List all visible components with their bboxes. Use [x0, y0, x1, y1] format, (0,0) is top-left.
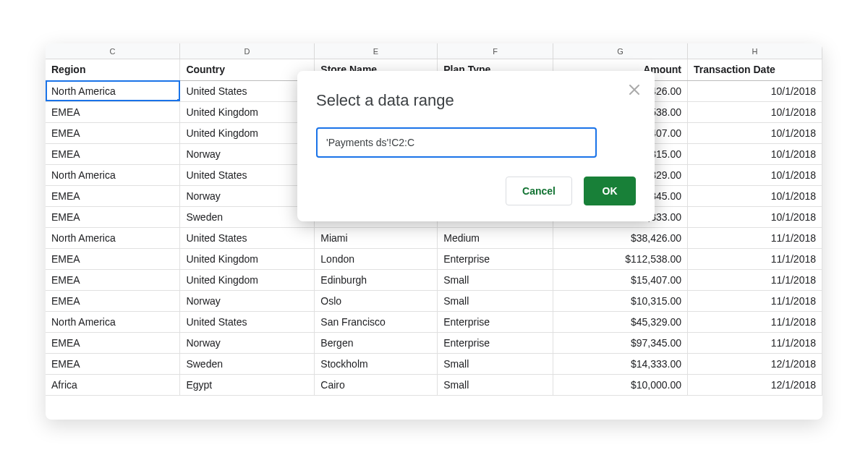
table-row: EMEANorwayBergenEnterprise$97,345.0011/1…	[46, 332, 822, 353]
cell-country[interactable]: Egypt	[180, 374, 315, 395]
cell-date[interactable]: 10/1/2018	[688, 164, 822, 185]
cell-plan[interactable]: Small	[438, 290, 553, 311]
cell-date[interactable]: 11/1/2018	[688, 227, 822, 248]
cell-region[interactable]: EMEA	[46, 101, 180, 122]
cell-region[interactable]: North America	[46, 227, 180, 248]
cell-country[interactable]: United Kingdom	[180, 248, 315, 269]
cell-region[interactable]: EMEA	[46, 248, 180, 269]
cell-date[interactable]: 11/1/2018	[688, 248, 822, 269]
cancel-button[interactable]: Cancel	[506, 177, 572, 205]
cell-date[interactable]: 12/1/2018	[688, 353, 822, 374]
dialog-title: Select a data range	[316, 91, 636, 110]
cell-date[interactable]: 11/1/2018	[688, 311, 822, 332]
cell-plan[interactable]: Small	[438, 269, 553, 290]
cell-store[interactable]: London	[315, 248, 438, 269]
cell-date[interactable]: 11/1/2018	[688, 290, 822, 311]
cell-country[interactable]: United States	[180, 227, 315, 248]
cell-country[interactable]: United States	[180, 311, 315, 332]
cell-amount[interactable]: $38,426.00	[553, 227, 688, 248]
cell-plan[interactable]: Small	[438, 353, 553, 374]
cell-amount[interactable]: $14,333.00	[553, 353, 688, 374]
cell-region[interactable]: EMEA	[46, 185, 180, 206]
selection-handle[interactable]	[177, 99, 180, 102]
cell-store[interactable]: Bergen	[315, 332, 438, 353]
cell-country[interactable]: United Kingdom	[180, 269, 315, 290]
cell-region[interactable]: North America	[46, 311, 180, 332]
cell-region[interactable]: EMEA	[46, 332, 180, 353]
cell-country[interactable]: Sweden	[180, 353, 315, 374]
table-row: EMEAUnited KingdomEdinburghSmall$15,407.…	[46, 269, 822, 290]
table-row: AfricaEgyptCairoSmall$10,000.0012/1/2018	[46, 374, 822, 395]
cell-date[interactable]: 12/1/2018	[688, 374, 822, 395]
cell-country[interactable]: Norway	[180, 185, 315, 206]
table-row: EMEANorwayOsloSmall$10,315.0011/1/2018	[46, 290, 822, 311]
cell-store[interactable]: Oslo	[315, 290, 438, 311]
table-row: North AmericaUnited StatesMiamiMedium$38…	[46, 227, 822, 248]
cell-date[interactable]: 10/1/2018	[688, 206, 822, 227]
cell-region[interactable]: EMEA	[46, 143, 180, 164]
cell-country[interactable]: Norway	[180, 143, 315, 164]
header-date[interactable]: Transaction Date	[688, 59, 822, 80]
table-row: EMEAUnited KingdomLondonEnterprise$112,5…	[46, 248, 822, 269]
cell-date[interactable]: 10/1/2018	[688, 143, 822, 164]
cell-region[interactable]: EMEA	[46, 269, 180, 290]
cell-date[interactable]: 11/1/2018	[688, 269, 822, 290]
cell-region[interactable]: EMEA	[46, 206, 180, 227]
cell-region[interactable]: EMEA	[46, 122, 180, 143]
col-header-e[interactable]: E	[315, 43, 438, 59]
cell-amount[interactable]: $112,538.00	[553, 248, 688, 269]
cell-date[interactable]: 10/1/2018	[688, 80, 822, 101]
cell-region[interactable]: North America	[46, 164, 180, 185]
cell-plan[interactable]: Enterprise	[438, 332, 553, 353]
cell-amount[interactable]: $15,407.00	[553, 269, 688, 290]
cell-store[interactable]: San Francisco	[315, 311, 438, 332]
select-range-dialog: Select a data range Cancel OK	[297, 71, 655, 221]
cell-date[interactable]: 10/1/2018	[688, 185, 822, 206]
ok-button[interactable]: OK	[584, 177, 636, 205]
cell-amount[interactable]: $45,329.00	[553, 311, 688, 332]
cell-amount[interactable]: $10,000.00	[553, 374, 688, 395]
cell-plan[interactable]: Enterprise	[438, 248, 553, 269]
col-header-g[interactable]: G	[553, 43, 688, 59]
cell-country[interactable]: Norway	[180, 290, 315, 311]
cell-store[interactable]: Stockholm	[315, 353, 438, 374]
cell-region[interactable]: North America	[46, 80, 180, 101]
cell-region[interactable]: Africa	[46, 374, 180, 395]
table-row: EMEASwedenStockholmSmall$14,333.0012/1/2…	[46, 353, 822, 374]
cell-store[interactable]: Edinburgh	[315, 269, 438, 290]
col-header-d[interactable]: D	[180, 43, 315, 59]
cell-date[interactable]: 10/1/2018	[688, 101, 822, 122]
cell-amount[interactable]: $97,345.00	[553, 332, 688, 353]
table-row: North AmericaUnited StatesSan FranciscoE…	[46, 311, 822, 332]
col-header-f[interactable]: F	[438, 43, 553, 59]
cell-country[interactable]: United Kingdom	[180, 101, 315, 122]
cell-country[interactable]: Norway	[180, 332, 315, 353]
cell-date[interactable]: 11/1/2018	[688, 332, 822, 353]
spreadsheet-card: C D E F G H Region Country Store Name Pl…	[46, 43, 822, 420]
cell-plan[interactable]: Medium	[438, 227, 553, 248]
cell-country[interactable]: Sweden	[180, 206, 315, 227]
dialog-actions: Cancel OK	[316, 177, 636, 205]
col-header-h[interactable]: H	[688, 43, 822, 59]
close-icon[interactable]	[626, 81, 643, 98]
cell-date[interactable]: 10/1/2018	[688, 122, 822, 143]
cell-store[interactable]: Miami	[315, 227, 438, 248]
cell-country[interactable]: United States	[180, 80, 315, 101]
header-region[interactable]: Region	[46, 59, 180, 80]
cell-plan[interactable]: Small	[438, 374, 553, 395]
header-country[interactable]: Country	[180, 59, 315, 80]
range-input[interactable]	[316, 127, 597, 158]
cell-region[interactable]: EMEA	[46, 353, 180, 374]
column-headers-row: C D E F G H	[46, 43, 822, 59]
cell-plan[interactable]: Enterprise	[438, 311, 553, 332]
cell-region[interactable]: EMEA	[46, 290, 180, 311]
cell-store[interactable]: Cairo	[315, 374, 438, 395]
cell-country[interactable]: United States	[180, 164, 315, 185]
col-header-c[interactable]: C	[46, 43, 180, 59]
cell-amount[interactable]: $10,315.00	[553, 290, 688, 311]
cell-country[interactable]: United Kingdom	[180, 122, 315, 143]
